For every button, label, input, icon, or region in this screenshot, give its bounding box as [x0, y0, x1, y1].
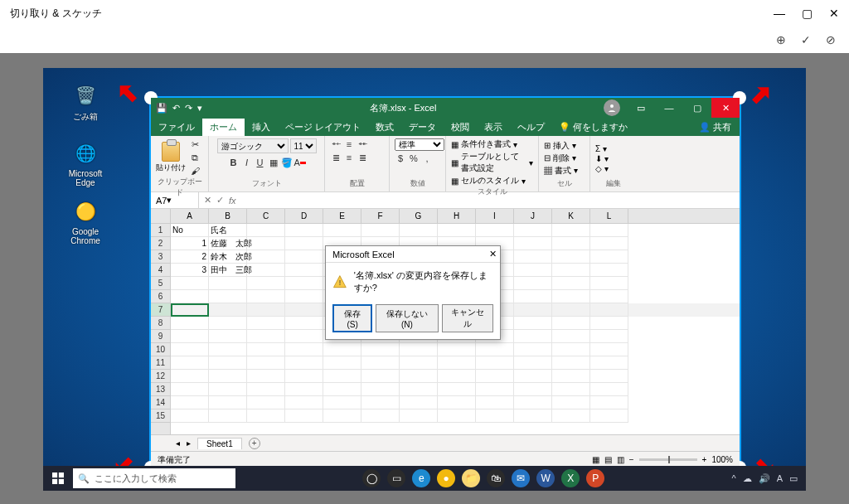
cell[interactable]	[323, 410, 361, 423]
cell[interactable]	[361, 396, 400, 410]
row-header-9[interactable]: 9	[151, 330, 170, 343]
cell[interactable]	[209, 303, 247, 317]
cell[interactable]: 鈴木 次郎	[209, 250, 247, 264]
zoom-in-button[interactable]: +	[702, 455, 707, 464]
zoom-out-button[interactable]: −	[629, 455, 634, 464]
ribbon-tab-表示[interactable]: 表示	[477, 119, 510, 136]
cell[interactable]	[438, 224, 476, 237]
system-tray[interactable]: ^☁🔊A▭	[731, 473, 803, 484]
cell[interactable]: 田中 三郎	[209, 264, 247, 277]
cell[interactable]	[552, 370, 590, 383]
cell[interactable]	[514, 330, 552, 343]
underline-button[interactable]: U	[255, 157, 266, 168]
format-painter-icon[interactable]: 🖌	[189, 165, 201, 177]
cell[interactable]	[476, 356, 514, 370]
dialog-dont-save-button[interactable]: 保存しない(N)	[376, 304, 439, 332]
cell[interactable]	[590, 224, 628, 237]
zoom-icon[interactable]: ⊕	[776, 33, 786, 46]
cell[interactable]	[171, 290, 209, 303]
cancel-icon[interactable]: ⊘	[826, 33, 836, 46]
cell[interactable]	[476, 410, 514, 423]
grid-row[interactable]	[171, 370, 740, 383]
cell[interactable]	[361, 410, 400, 423]
view-pagebreak-icon[interactable]: ▥	[617, 455, 624, 464]
tray-icon-1[interactable]: ☁	[743, 473, 752, 484]
column-header-B[interactable]: B	[209, 209, 247, 223]
cell[interactable]	[438, 356, 476, 370]
cell[interactable]	[323, 224, 361, 237]
cell[interactable]: 2	[171, 250, 209, 264]
table-format-button[interactable]: ▦ テーブルとして書式設定 ▾	[451, 151, 533, 174]
cell[interactable]	[552, 290, 590, 303]
sheet-nav-prev-icon[interactable]: ◂	[176, 439, 180, 448]
cell[interactable]	[438, 370, 476, 383]
cell[interactable]	[476, 343, 514, 356]
cell[interactable]	[476, 370, 514, 383]
cell[interactable]	[590, 290, 628, 303]
cell[interactable]	[438, 396, 476, 410]
cell[interactable]	[590, 264, 628, 277]
user-avatar-icon[interactable]	[604, 99, 620, 116]
autosum-button[interactable]: Σ ▾	[595, 144, 609, 153]
cell[interactable]	[171, 317, 209, 330]
cell[interactable]	[209, 383, 247, 396]
excel-minimize-button[interactable]: —	[655, 98, 683, 118]
cell[interactable]	[361, 383, 400, 396]
conditional-format-button[interactable]: ▦ 条件付き書式 ▾	[451, 138, 533, 150]
cell[interactable]	[514, 224, 552, 237]
cell[interactable]	[285, 356, 323, 370]
row-header-12[interactable]: 12	[151, 370, 170, 383]
tray-icon-0[interactable]: ^	[731, 473, 735, 483]
cell[interactable]: 佐藤 太郎	[209, 237, 247, 250]
cell[interactable]	[590, 396, 628, 410]
cell[interactable]	[247, 343, 285, 356]
cell[interactable]	[285, 264, 323, 277]
cell[interactable]	[552, 396, 590, 410]
cell[interactable]	[285, 370, 323, 383]
column-header-L[interactable]: L	[590, 209, 628, 223]
qat-redo-icon[interactable]: ↷	[185, 103, 192, 114]
bold-button[interactable]: B	[228, 157, 240, 168]
cell[interactable]	[247, 396, 285, 410]
cell[interactable]	[247, 224, 285, 237]
row-header-7[interactable]: 7	[151, 303, 170, 317]
column-header-I[interactable]: I	[476, 209, 514, 223]
dialog-close-button[interactable]: ✕	[489, 249, 497, 259]
font-color-button[interactable]: A	[294, 157, 306, 168]
row-header-15[interactable]: 15	[151, 410, 170, 423]
cell[interactable]	[171, 330, 209, 343]
align-center-icon[interactable]: ≡	[343, 152, 355, 163]
grid-row[interactable]	[171, 410, 740, 423]
cell[interactable]	[323, 356, 361, 370]
name-box[interactable]: A7 ▾	[151, 192, 199, 208]
taskbar-app-store[interactable]: 🛍	[487, 469, 505, 487]
cell[interactable]: No	[171, 224, 209, 237]
ribbon-tab-ファイル[interactable]: ファイル	[151, 119, 202, 136]
cell[interactable]	[247, 277, 285, 290]
cell[interactable]: 氏名	[209, 224, 247, 237]
start-button[interactable]	[46, 467, 70, 490]
cell[interactable]	[323, 383, 361, 396]
cell[interactable]	[247, 370, 285, 383]
cell[interactable]	[209, 290, 247, 303]
ribbon-tab-挿入[interactable]: 挿入	[245, 119, 278, 136]
cell[interactable]	[209, 410, 247, 423]
cut-icon[interactable]: ✂	[189, 138, 201, 150]
cell[interactable]	[247, 356, 285, 370]
tray-icon-2[interactable]: 🔊	[759, 473, 770, 484]
row-header-2[interactable]: 2	[151, 237, 170, 250]
cell[interactable]	[590, 410, 628, 423]
fill-button[interactable]: ⬇ ▾	[595, 154, 609, 163]
row-header-8[interactable]: 8	[151, 317, 170, 330]
column-header-D[interactable]: D	[285, 209, 323, 223]
dialog-cancel-button[interactable]: キャンセル	[442, 304, 493, 332]
cell[interactable]	[285, 224, 323, 237]
cell[interactable]	[514, 410, 552, 423]
row-header-13[interactable]: 13	[151, 383, 170, 396]
cell[interactable]	[514, 303, 552, 317]
row-header-6[interactable]: 6	[151, 290, 170, 303]
font-name-select[interactable]: 游ゴシック	[217, 138, 289, 153]
cell[interactable]	[438, 383, 476, 396]
row-header-3[interactable]: 3	[151, 250, 170, 264]
insert-button[interactable]: ⊞ 挿入 ▾	[544, 140, 578, 152]
